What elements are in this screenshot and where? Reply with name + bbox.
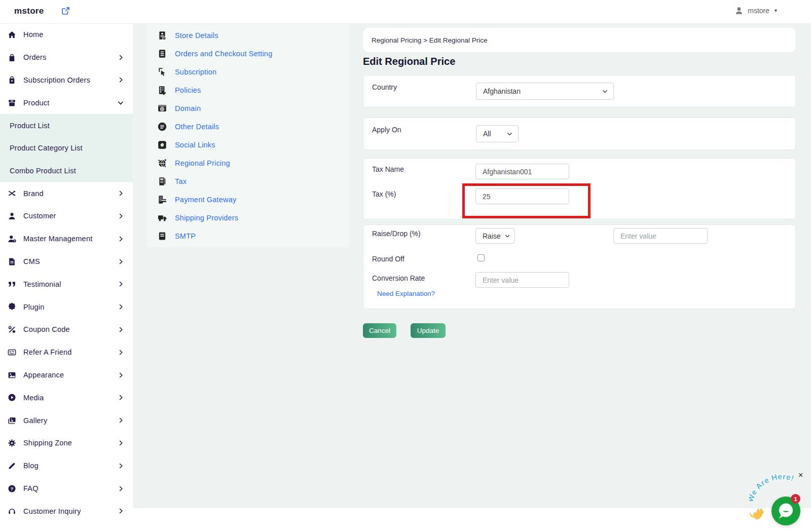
chevron-right-icon	[118, 213, 124, 219]
settings-item-social-links[interactable]: Social Links	[147, 136, 349, 154]
sidebar-item-label: Customer Inquiry	[23, 507, 81, 515]
tax-percent-input[interactable]	[475, 188, 569, 204]
page-title: Edit Regional Price	[363, 56, 455, 67]
sidebar-item-orders[interactable]: Orders	[0, 46, 133, 69]
headset-icon	[8, 507, 16, 515]
app-logo: mstore	[14, 6, 44, 16]
chevron-right-icon	[118, 77, 124, 83]
testimonial-quote-icon	[8, 280, 16, 288]
settings-item-regional-pricing[interactable]: Regional Pricing	[147, 154, 349, 172]
breadcrumb: Regional Pricing > Edit Regional Price	[363, 28, 796, 52]
raise-drop-select[interactable]: Raise	[475, 228, 515, 244]
sidebar-item-label: Plugin	[23, 303, 45, 311]
sidebar-item-label: Brand	[23, 189, 44, 198]
media-play-icon	[8, 393, 16, 402]
master-management-icon	[8, 235, 16, 243]
raise-drop-card: Raise/Drop (%) Raise Round Off Conversio…	[363, 224, 796, 309]
domain-icon	[157, 103, 167, 113]
sidebar-item-plugin[interactable]: Plugin	[0, 295, 133, 318]
sidebar-item-label: Media	[23, 394, 44, 402]
sidebar-item-master-management[interactable]: Master Management	[0, 227, 133, 250]
sidebar-item-gallery[interactable]: Gallery	[0, 409, 133, 432]
sidebar-subitem-product-list[interactable]: Product List	[0, 114, 133, 137]
external-link-icon[interactable]	[61, 7, 70, 15]
chevron-right-icon	[118, 304, 124, 310]
customer-person-icon	[8, 212, 16, 220]
chevron-right-icon	[118, 440, 124, 446]
tax-percent-label: Tax (%)	[372, 190, 396, 198]
topbar: mstore mstore ▼	[0, 0, 811, 24]
svg-text:?: ?	[10, 485, 13, 491]
appearance-image-icon	[8, 371, 16, 379]
settings-item-payment-gateway[interactable]: Payment Gateway	[147, 191, 349, 209]
sidebar-item-customer[interactable]: Customer	[0, 205, 133, 227]
settings-item-subscription[interactable]: Subscription	[147, 63, 349, 81]
chevron-right-icon	[118, 55, 124, 60]
person-icon	[734, 6, 744, 15]
settings-item-store-details[interactable]: Store Details	[147, 26, 349, 45]
settings-item-other-details[interactable]: Other Details	[147, 118, 349, 136]
settings-item-smtp[interactable]: SMTP	[147, 227, 349, 245]
sidebar-item-faq[interactable]: ?FAQ	[0, 477, 133, 500]
store-details-icon	[157, 30, 167, 41]
chevron-right-icon	[118, 259, 124, 264]
sidebar-item-label: Orders	[23, 53, 47, 61]
need-explanation-link[interactable]: Need Explanation?	[377, 290, 435, 297]
home-icon	[8, 30, 16, 39]
apply-on-label: Apply On	[372, 126, 401, 134]
sidebar-item-cms[interactable]: CMS	[0, 250, 133, 273]
brand-shuffle-icon	[8, 189, 16, 198]
country-select[interactable]: Afghanistan	[476, 83, 614, 100]
round-off-checkbox[interactable]	[477, 254, 485, 261]
social-links-icon	[157, 140, 167, 150]
settings-item-policies[interactable]: Policies	[147, 81, 349, 99]
sidebar-item-label: Shipping Zone	[23, 439, 72, 447]
settings-item-domain[interactable]: Domain	[147, 99, 349, 118]
orders-checkout-icon	[157, 49, 167, 59]
cms-file-icon	[8, 257, 16, 266]
sidebar-item-blog[interactable]: Blog	[0, 454, 133, 477]
chat-notification-badge: 1	[791, 494, 800, 504]
settings-item-orders-and-checkout-setting[interactable]: Orders and Checkout Setting	[147, 45, 349, 63]
sidebar-item-label: Coupon Code	[23, 325, 70, 333]
sidebar-item-refer-a-friend[interactable]: Refer A Friend	[0, 341, 133, 364]
sidebar-item-subscription-orders[interactable]: Subscription Orders	[0, 69, 133, 92]
country-select-value: Afghanistan	[483, 87, 521, 95]
sidebar-item-customer-inquiry[interactable]: Customer Inquiry	[0, 500, 133, 522]
sidebar-item-appearance[interactable]: Appearance	[0, 364, 133, 387]
sidebar-item-testimonial[interactable]: Testimonial	[0, 273, 133, 295]
sidebar-item-label: Product	[23, 99, 49, 107]
settings-item-shipping-providers[interactable]: Shipping Providers	[147, 209, 349, 227]
update-button[interactable]: Update	[411, 323, 446, 338]
account-menu[interactable]: mstore ▼	[734, 6, 778, 15]
chevron-right-icon	[118, 372, 124, 378]
sidebar-subitem-product-category-list[interactable]: Product Category List	[0, 137, 133, 160]
sidebar-item-product[interactable]: Product	[0, 91, 133, 114]
plugin-puzzle-icon	[8, 302, 16, 311]
product-submenu: Product ListProduct Category ListCombo P…	[0, 114, 133, 182]
tax-name-input[interactable]	[475, 164, 569, 179]
sidebar-item-media[interactable]: Media	[0, 386, 133, 409]
settings-item-tax[interactable]: Tax	[147, 172, 349, 191]
chevron-down-icon	[507, 131, 512, 137]
other-details-icon	[157, 122, 167, 132]
raise-drop-value-input[interactable]	[613, 228, 708, 244]
chevron-right-icon	[118, 327, 124, 332]
subscription-bag-icon	[8, 75, 16, 84]
conversion-rate-input[interactable]	[475, 272, 569, 288]
apply-on-select[interactable]: All	[476, 125, 519, 142]
sidebar-subitem-combo-product-list[interactable]: Combo Product List	[0, 160, 133, 182]
sidebar-item-label: Master Management	[23, 235, 92, 243]
chevron-right-icon	[118, 350, 124, 355]
blog-pencil-icon	[8, 462, 16, 470]
cancel-button[interactable]: Cancel	[363, 323, 396, 338]
product-box-icon	[8, 98, 16, 107]
chevron-right-icon	[118, 417, 124, 423]
sidebar-item-shipping-zone[interactable]: Shipping Zone	[0, 432, 133, 454]
sidebar-item-coupon-code[interactable]: Coupon Code	[0, 318, 133, 341]
chevron-right-icon	[118, 191, 124, 196]
chevron-right-icon	[118, 395, 124, 400]
sidebar-item-home[interactable]: Home	[0, 23, 133, 46]
sidebar-item-brand[interactable]: Brand	[0, 182, 133, 205]
chevron-down-icon	[505, 234, 510, 239]
